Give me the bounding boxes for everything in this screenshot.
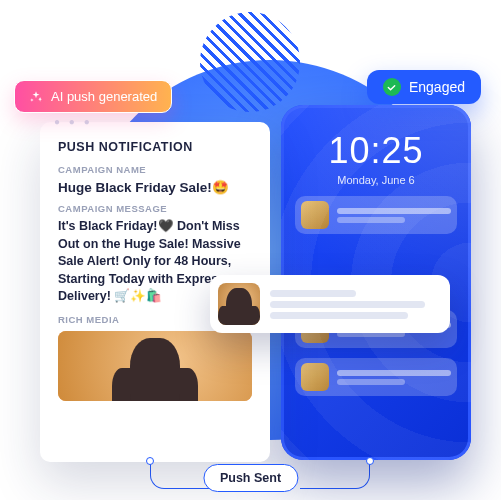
- connector-line: [300, 461, 370, 489]
- ai-push-generated-badge: AI push generated: [14, 80, 172, 113]
- lockscreen-time: 10:25: [281, 130, 471, 172]
- notification-card[interactable]: [295, 196, 457, 234]
- panel-title: PUSH NOTIFICATION: [58, 140, 252, 154]
- engaged-badge: Engaged: [367, 70, 481, 104]
- notification-thumb-icon: [301, 201, 329, 229]
- model-photo-icon: [58, 331, 252, 401]
- decorative-hatched-circle: [200, 12, 300, 112]
- floating-notification-card[interactable]: [210, 275, 450, 333]
- campaign-name-value[interactable]: Huge Black Friday Sale!🤩: [58, 179, 252, 195]
- campaign-message-label: CAMPAIGN MESSAGE: [58, 203, 252, 214]
- campaign-name-label: CAMPAIGN NAME: [58, 164, 252, 175]
- push-sent-pill: Push Sent: [203, 464, 298, 492]
- window-dots-icon: ● ● ●: [54, 116, 93, 127]
- connector-dot-icon: [146, 457, 154, 465]
- notification-card[interactable]: [295, 358, 457, 396]
- notification-text-placeholder: [337, 205, 451, 226]
- notification-text-placeholder: [270, 286, 442, 323]
- ai-badge-label: AI push generated: [51, 89, 157, 104]
- lockscreen-date: Monday, June 6: [281, 174, 471, 186]
- notification-text-placeholder: [337, 367, 451, 388]
- connector-line: [150, 461, 210, 489]
- sparkle-icon: [29, 90, 43, 104]
- rich-media-thumbnail[interactable]: [58, 331, 252, 401]
- check-circle-icon: [383, 78, 401, 96]
- notification-thumb-icon: [218, 283, 260, 325]
- notification-thumb-icon: [301, 363, 329, 391]
- engaged-label: Engaged: [409, 79, 465, 95]
- connector-dot-icon: [366, 457, 374, 465]
